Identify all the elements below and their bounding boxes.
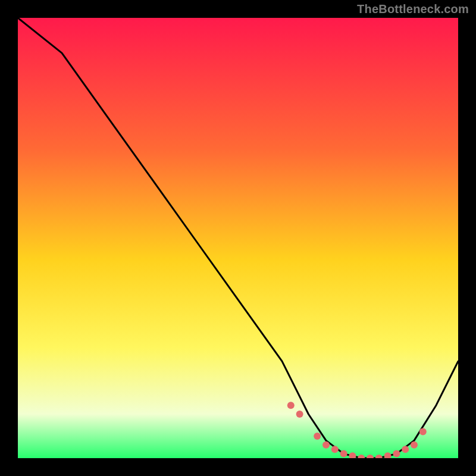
marker-point [322,441,330,449]
marker-point [419,428,427,436]
watermark-text: TheBottleneck.com [357,2,469,16]
marker-point [331,446,339,453]
marker-point [411,441,418,449]
marker-point [393,450,400,458]
marker-point [314,433,321,440]
marker-point [287,402,295,409]
marker-point [296,411,303,418]
marker-point [375,455,383,462]
marker-point [384,452,392,459]
marker-point [349,452,356,459]
marker-point [358,455,365,462]
chart-stage: TheBottleneck.com [0,0,476,476]
marker-point [340,450,347,458]
marker-point [402,446,409,453]
bottleneck-plot [0,0,476,476]
marker-point [367,455,374,462]
